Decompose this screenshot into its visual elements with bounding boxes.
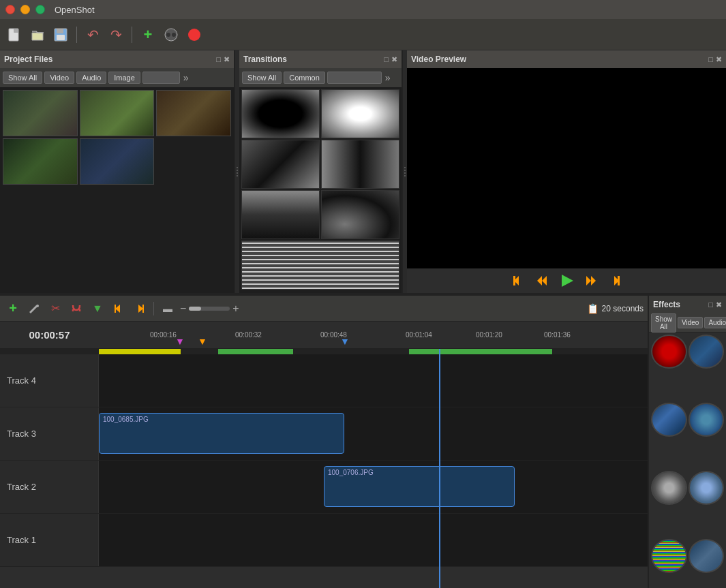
- trans-thumb-5[interactable]: [241, 190, 320, 239]
- add-button[interactable]: +: [138, 25, 158, 45]
- effects-filter-bar: Show All Video Audio »: [649, 313, 726, 332]
- project-file-thumb-5[interactable]: [80, 138, 155, 185]
- effect-thumb-8[interactable]: [689, 539, 725, 573]
- clip-track3-1-label: 100_0685.JPG: [103, 416, 149, 423]
- project-file-thumb-3[interactable]: [156, 90, 231, 136]
- ruler-mark-4: 00:01:04: [406, 331, 432, 339]
- svg-point-18: [36, 305, 39, 307]
- titlebar: OpenShot: [0, 0, 726, 19]
- progress-green-1: [218, 349, 293, 354]
- clip-track2-1[interactable]: 100_0706.JPG: [324, 466, 515, 507]
- trans-filter-common[interactable]: Common: [284, 72, 325, 84]
- minimize-button[interactable]: [20, 5, 30, 14]
- close-button[interactable]: [5, 5, 15, 14]
- progress-yellow: [99, 349, 181, 354]
- transitions-title: Transitions: [243, 55, 287, 64]
- track-4-content[interactable]: [99, 354, 648, 407]
- track-row-1: Track 1: [0, 514, 648, 567]
- tl-zoom-slider: − +: [180, 303, 239, 315]
- preview-fast-forward[interactable]: [584, 274, 598, 288]
- project-file-thumb-2[interactable]: [80, 90, 155, 136]
- effects-title: Effects: [653, 300, 680, 309]
- filter-show-all[interactable]: Show All: [3, 72, 42, 84]
- trans-filter-more-icon[interactable]: »: [385, 72, 391, 83]
- project-search-input[interactable]: [142, 72, 180, 84]
- zoom-bar[interactable]: [189, 307, 230, 311]
- trans-thumb-3[interactable]: [241, 140, 320, 189]
- project-file-thumb-4[interactable]: [3, 138, 78, 185]
- project-files-icons: □ ✖: [216, 55, 230, 64]
- svg-rect-22: [115, 305, 116, 313]
- ruler-mark-1: 00:00:16: [150, 331, 177, 339]
- effect-thumb-6[interactable]: [689, 471, 725, 505]
- project-file-thumb-1[interactable]: [3, 90, 78, 136]
- save-button[interactable]: [50, 25, 71, 45]
- zoom-plus-icon[interactable]: +: [232, 303, 239, 315]
- duration-display: 📋 20 seconds: [587, 303, 644, 314]
- tl-cut[interactable]: ✂: [46, 300, 64, 318]
- svg-rect-17: [618, 276, 620, 285]
- app-title: OpenShot: [55, 5, 95, 15]
- redo-button[interactable]: ↷: [106, 25, 126, 45]
- new-button[interactable]: [4, 25, 25, 45]
- tracks-container[interactable]: Track 4 Track 3 100_0685.JPG: [0, 354, 648, 588]
- record-button[interactable]: [184, 25, 205, 45]
- trans-thumb-4[interactable]: [321, 140, 399, 189]
- tl-sep-1: [153, 302, 154, 315]
- tl-center[interactable]: ▬: [159, 300, 177, 318]
- toolbar-separator-1: [76, 27, 77, 43]
- effect-thumb-5[interactable]: [651, 471, 687, 505]
- timeline-tracks-wrapper: 00:00:57 00:00:16 00:00:32 00:00:48 00:0…: [0, 322, 648, 588]
- track-2-content[interactable]: 100_0706.JPG: [99, 461, 648, 513]
- track-1-label-text: Track 1: [7, 535, 36, 545]
- filter-audio[interactable]: Audio: [76, 72, 106, 84]
- open-button[interactable]: [27, 25, 48, 45]
- svg-marker-21: [115, 305, 120, 313]
- effects-filter-audio[interactable]: Audio: [704, 317, 726, 328]
- effect-thumb-1[interactable]: [651, 335, 687, 369]
- tl-magnet[interactable]: [67, 300, 85, 318]
- trans-thumb-6[interactable]: [321, 190, 399, 239]
- trans-filter-show-all[interactable]: Show All: [242, 72, 282, 84]
- maximize-button[interactable]: [35, 5, 45, 14]
- progress-bar-row: [0, 349, 648, 354]
- trans-thumb-1[interactable]: [241, 89, 320, 138]
- undo-button[interactable]: ↶: [82, 25, 103, 45]
- video-preview-panel: Video Preview □ ✖: [407, 50, 726, 293]
- filter-image[interactable]: Image: [108, 72, 140, 84]
- clip-track3-1[interactable]: 100_0685.JPG: [99, 413, 344, 454]
- svg-rect-3: [57, 29, 63, 33]
- preview-jump-end[interactable]: [607, 274, 621, 288]
- clip-track2-1-label: 100_0706.JPG: [328, 469, 374, 476]
- effect-thumb-7[interactable]: [651, 539, 687, 573]
- track-row-2: Track 2 100_0706.JPG: [0, 461, 648, 514]
- track-row-3: Track 3 100_0685.JPG: [0, 407, 648, 461]
- effect-thumb-4[interactable]: [689, 403, 725, 437]
- project-files-title: Project Files: [4, 55, 52, 64]
- tl-filter[interactable]: ▼: [89, 300, 106, 318]
- tl-jump-start[interactable]: [110, 300, 127, 318]
- zoom-minus-icon[interactable]: −: [180, 303, 186, 315]
- export-button[interactable]: [161, 25, 181, 45]
- transitions-search-input[interactable]: [327, 72, 382, 84]
- trans-thumb-2[interactable]: [321, 89, 399, 138]
- filter-more-icon[interactable]: »: [183, 72, 189, 83]
- effect-thumb-3[interactable]: [651, 403, 687, 437]
- track-3-label-text: Track 3: [7, 429, 36, 439]
- preview-play[interactable]: [558, 273, 575, 289]
- preview-jump-start[interactable]: [512, 274, 526, 288]
- ruler-mark-5: 00:01:20: [476, 331, 502, 339]
- tl-jump-end[interactable]: [131, 300, 149, 318]
- track-1-content[interactable]: [99, 514, 648, 566]
- filter-video[interactable]: Video: [44, 72, 74, 84]
- trans-thumb-7[interactable]: [241, 241, 399, 290]
- preview-screen: [407, 68, 726, 268]
- track-3-content[interactable]: 100_0685.JPG: [99, 407, 648, 460]
- effect-thumb-2[interactable]: [689, 335, 725, 369]
- effects-filter-show-all[interactable]: Show All: [651, 313, 676, 332]
- effects-filter-video[interactable]: Video: [678, 317, 703, 328]
- tl-add-track[interactable]: +: [4, 300, 22, 318]
- preview-rewind[interactable]: [535, 274, 549, 288]
- tl-razor[interactable]: [25, 300, 43, 318]
- track-2-label: Track 2: [0, 461, 99, 513]
